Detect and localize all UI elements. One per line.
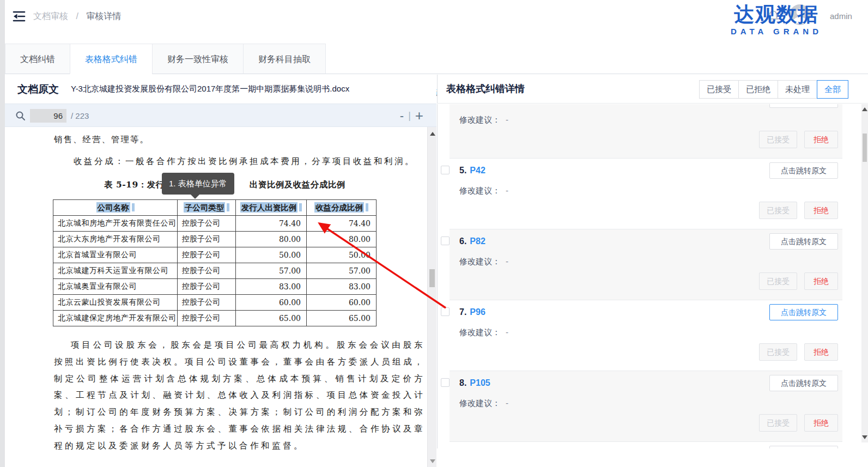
item-checkbox[interactable] [441, 236, 450, 245]
item-page-link[interactable]: P82 [470, 236, 485, 246]
anomaly-tooltip-text: 1. 表格单位异常 [169, 179, 227, 188]
document-paragraph: 收益分成：一般各合作方按出资比例承担成本费用，分享项目收益和利润。 [74, 156, 415, 167]
doc-table-cell: 北京首城置业有限公司 [53, 247, 178, 263]
suggestion-value: - [506, 327, 508, 337]
username-label[interactable]: admin [830, 11, 852, 21]
tabs: 文档纠错表格格式纠错财务一致性审核财务科目抽取 [5, 44, 326, 74]
doc-table-header-cell: 收益分成比例 [307, 200, 377, 216]
correction-item-P96: 7.P96点击跳转原文修改建议：-已接受拒绝 [450, 300, 842, 371]
doc-table-cell: 80.00 [307, 232, 377, 247]
doc-table-cell: 北京城和房地产开发有限责任公司 [53, 216, 178, 232]
doc-table-cell: 74.40 [236, 216, 307, 232]
doc-table-cell: 北京云蒙山投资发展有限公司 [53, 295, 178, 311]
item-label: 6.P82 [459, 236, 485, 246]
document-title-row: 文档原文 Y-3北京城建投资发展股份有限公司2017年度第一期中期票据募集说明书… [5, 75, 436, 104]
notification-bell-icon[interactable] [766, 8, 781, 24]
jump-to-source-button[interactable]: 点击跳转原文 [769, 304, 838, 320]
item-checkbox[interactable] [441, 378, 450, 387]
accepted-button[interactable]: 已接受 [759, 272, 797, 290]
item-header-row: 8.P105点击跳转原文 [459, 374, 838, 392]
doc-table-cell: 北京城奥置业有限公司 [53, 279, 178, 295]
document-toolbar: / 223 - | + [5, 104, 436, 127]
item-page-link[interactable]: P42 [470, 166, 485, 175]
document-page: 销售、经营、管理等。 收益分成：一般各合作方按出资比例承担成本费用，分享项目收益… [5, 127, 436, 467]
doc-table-cell: 控股子公司 [178, 279, 236, 295]
item-page-link[interactable]: P96 [470, 307, 485, 317]
accepted-button[interactable]: 已接受 [759, 202, 797, 219]
suggestion-value: - [506, 398, 508, 408]
page-number-input[interactable] [30, 109, 66, 123]
breadcrumb-separator: / [76, 11, 78, 21]
header: 文档审核 / 审核详情 admin [5, 0, 868, 34]
scroll-up-arrow-icon[interactable] [862, 107, 867, 111]
item-suggestion-row: 修改建议：- [459, 327, 838, 338]
accepted-button[interactable]: 已接受 [759, 414, 797, 432]
scroll-up-arrow-icon[interactable] [430, 132, 435, 136]
item-checkbox[interactable] [441, 307, 450, 316]
jump-to-source-button[interactable]: 点击跳转原文 [769, 233, 838, 250]
highlighted-header-text: 发行人出资比例 [240, 202, 298, 213]
user-avatar[interactable] [790, 4, 810, 25]
scroll-down-arrow-icon[interactable] [430, 459, 435, 463]
jump-to-source-button[interactable]: 点击跳转原文 [769, 375, 838, 391]
table-caption-right: 出资比例及收益分成比例 [250, 179, 345, 191]
reject-button[interactable]: 拒绝 [804, 414, 838, 432]
jump-to-source-button[interactable]: 点击跳转原文 [769, 104, 838, 108]
item-page-link[interactable]: P105 [470, 378, 490, 387]
accepted-button[interactable]: 已接受 [759, 131, 797, 148]
jump-to-source-button[interactable]: 点击跳转原文 [769, 162, 838, 179]
filter-已接受[interactable]: 已接受 [699, 80, 739, 99]
correction-item-P42: 5.P42点击跳转原文修改建议：-已接受拒绝 [450, 159, 842, 229]
item-index: 7. [459, 307, 466, 317]
tab-表格格式纠错[interactable]: 表格格式纠错 [70, 44, 153, 74]
doc-table-cell: 50.00 [236, 247, 307, 263]
breadcrumb-parent[interactable]: 文档审核 [33, 11, 68, 21]
accepted-button[interactable]: 已接受 [759, 343, 797, 361]
detail-scrollbar[interactable] [861, 104, 868, 442]
zoom-in-button[interactable]: + [411, 107, 428, 124]
suggestion-label: 修改建议： [459, 186, 500, 195]
item-label: 7.P96 [459, 307, 485, 317]
item-suggestion-row: 修改建议：- [459, 257, 838, 267]
reject-button[interactable]: 拒绝 [804, 131, 838, 148]
detail-title-row: 表格格式纠错详情 已接受已拒绝未处理全部 [437, 75, 868, 104]
reject-button[interactable]: 拒绝 [804, 202, 838, 219]
suggestion-label: 修改建议： [459, 257, 500, 266]
tab-文档纠错[interactable]: 文档纠错 [5, 44, 70, 74]
doc-table-cell: 控股子公司 [178, 295, 236, 311]
document-scrollbar[interactable] [427, 127, 436, 467]
tab-strip: 文档纠错表格格式纠错财务一致性审核财务科目抽取 全选 批量接受 批量拒绝 审核完… [5, 34, 868, 74]
doc-table-row: 北京城奥置业有限公司控股子公司83.0083.00 [53, 279, 377, 295]
doc-table-cell: 控股子公司 [178, 263, 236, 279]
doc-table-cell: 50.00 [307, 247, 377, 263]
item-header-row: 5.P42点击跳转原文 [459, 162, 838, 179]
item-checkbox[interactable] [441, 166, 450, 174]
person-icon [790, 4, 810, 25]
reject-button[interactable]: 拒绝 [804, 343, 838, 361]
doc-table-cell: 57.00 [236, 263, 307, 279]
filter-未处理[interactable]: 未处理 [778, 80, 817, 99]
doc-table-header-cell: 子公司类型 [178, 200, 236, 216]
item-header-row: 点击跳转原文 [459, 104, 838, 108]
doc-table-row: 北京首城置业有限公司控股子公司50.0050.00 [53, 247, 377, 263]
item-header-row: 6.P82点击跳转原文 [459, 233, 838, 250]
scroll-down-arrow-icon[interactable] [862, 435, 867, 439]
scrollbar-thumb[interactable] [863, 134, 867, 162]
tab-财务科目抽取[interactable]: 财务科目抽取 [243, 44, 326, 74]
anomaly-tooltip: 1. 表格单位异常 [162, 173, 234, 195]
zoom-out-button[interactable]: - [396, 109, 408, 123]
search-icon[interactable] [15, 110, 27, 122]
reject-button[interactable]: 拒绝 [804, 272, 838, 290]
doc-table-cell: 控股子公司 [178, 216, 236, 232]
scrollbar-thumb[interactable] [429, 269, 435, 287]
filter-全部[interactable]: 全部 [817, 80, 848, 99]
doc-table-cell: 80.00 [236, 232, 307, 247]
tab-财务一致性审核[interactable]: 财务一致性审核 [152, 44, 244, 74]
doc-table-row: 北京大东房地产开发有限公司控股子公司80.0080.00 [53, 232, 377, 247]
item-actions-row: 已接受拒绝 [459, 131, 838, 148]
item-actions-row: 已接受拒绝 [459, 414, 838, 432]
doc-table-cell: 60.00 [307, 295, 377, 311]
sidebar-collapse-icon[interactable] [12, 9, 26, 23]
jump-to-source-button[interactable]: 点击跳转原文 [769, 446, 838, 448]
filter-已拒绝[interactable]: 已拒绝 [738, 80, 778, 99]
